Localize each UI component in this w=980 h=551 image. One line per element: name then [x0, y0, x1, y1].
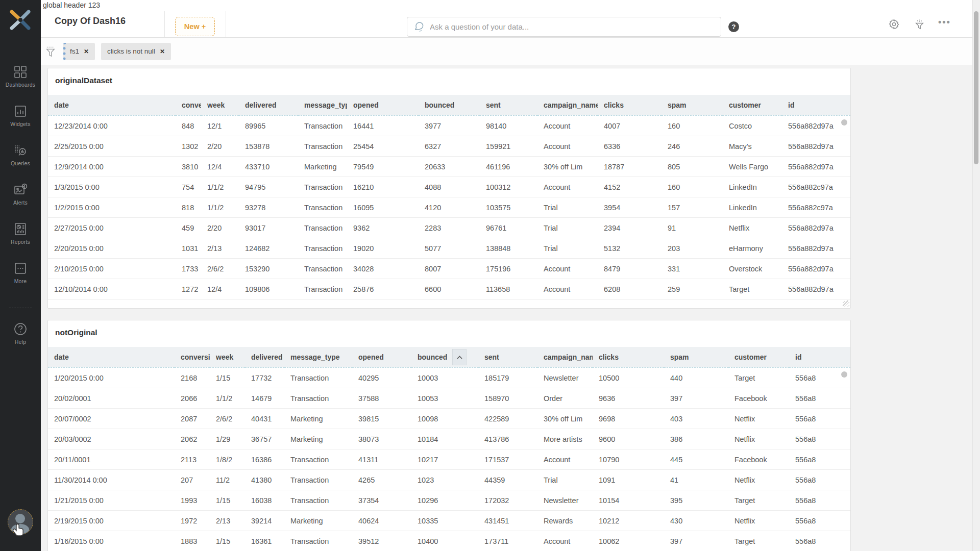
column-header-id[interactable]: id [782, 95, 850, 116]
filter-chip-2[interactable]: clicks is not null✕ [101, 43, 171, 60]
sidebar-item-reports[interactable]: Reports [0, 221, 41, 246]
widget-resize-handle[interactable] [843, 300, 849, 307]
remove-filter-icon[interactable]: ✕ [160, 48, 165, 55]
sidebar-item-more[interactable]: More [0, 261, 41, 285]
column-header-conversions[interactable]: conversions [176, 95, 201, 116]
table-cell: Account [537, 531, 593, 551]
search-input[interactable] [429, 22, 721, 32]
table-cell: 1993 [175, 490, 210, 511]
help-question-icon[interactable]: ? [728, 21, 739, 32]
filters-funnel-icon[interactable] [45, 45, 56, 58]
table-cell: 556a882d97a [782, 259, 850, 279]
column-header-date[interactable]: date [48, 95, 176, 116]
gear-icon[interactable] [888, 18, 900, 30]
table-cell: 556a8 [789, 449, 850, 470]
top-header: global header 123 Copy Of Dash16 New + ? [41, 0, 973, 38]
sidebar-item-widgets[interactable]: Widgets [0, 104, 41, 128]
table-cell: 40431 [245, 409, 284, 429]
table-cell: Trial [537, 197, 598, 218]
table-cell: 172032 [478, 490, 537, 511]
sidebar-item-dashboards[interactable]: Dashboards [0, 64, 41, 89]
sidebar-item-help[interactable]: Help [0, 321, 41, 346]
table-cell: 2/6/2 [210, 409, 245, 429]
table-cell: 1/20/2015 0:00 [48, 368, 175, 388]
queries-icon [13, 143, 28, 158]
column-header-spam[interactable]: spam [664, 347, 728, 368]
table-cell: 89965 [239, 116, 298, 136]
table-cell: More artists [537, 429, 593, 449]
table-cell: 12/23/2014 0:00 [48, 116, 176, 136]
table-cell: 12/4 [201, 157, 239, 177]
table-cell: Overstock [723, 259, 782, 279]
column-header-week[interactable]: week [210, 347, 245, 368]
table-cell: 848 [176, 116, 201, 136]
table-cell: 433710 [239, 157, 298, 177]
table-cell: eHarmony [723, 238, 782, 259]
page-scrollbar-thumb[interactable] [974, 11, 978, 164]
table-cell: 3954 [598, 197, 662, 218]
table-cell: 12/9/2014 0:00 [48, 157, 176, 177]
table-cell: 556a8 [789, 531, 850, 551]
column-header-campaign_name[interactable]: campaign_name [537, 95, 598, 116]
table-cell: 1/16/2015 0:00 [48, 531, 175, 551]
table-cell: 109806 [239, 279, 298, 299]
filter-funnel-icon[interactable] [914, 18, 925, 30]
table-cell: 556a8 [789, 490, 850, 511]
table-cell: 39815 [352, 409, 411, 429]
column-header-sent[interactable]: sent [480, 95, 537, 116]
column-header-clicks[interactable]: clicks [593, 347, 664, 368]
table-cell: 10098 [411, 409, 478, 429]
column-header-spam[interactable]: spam [662, 95, 723, 116]
table-scrollbar-thumb[interactable] [841, 119, 847, 126]
sidebar-item-alerts[interactable]: Alerts [0, 182, 41, 207]
filter-chip-1[interactable]: fs1✕ [63, 43, 95, 60]
table-cell: 4120 [419, 197, 480, 218]
column-header-opened[interactable]: opened [352, 347, 411, 368]
column-header-bounced[interactable]: bounced [411, 347, 478, 368]
widget-card-originalDataset: originalDataset dateconversionsweekdeliv… [47, 68, 851, 309]
table-cell: 2/6/2 [201, 259, 239, 279]
column-header-clicks[interactable]: clicks [598, 95, 662, 116]
avatar-person-icon [15, 514, 25, 523]
sidebar-item-queries[interactable]: Queries [0, 143, 41, 167]
table-cell: Netflix [728, 429, 789, 449]
table-cell: 20/11/0001 [48, 449, 175, 470]
ask-data-search [407, 17, 721, 37]
table-cell: 2168 [175, 368, 210, 388]
table-cell: 2/10/2015 0:00 [48, 259, 176, 279]
table-cell: Macy's [723, 136, 782, 157]
table-cell: 6600 [419, 279, 480, 299]
remove-filter-icon[interactable]: ✕ [84, 48, 89, 55]
column-header-customer[interactable]: customer [723, 95, 782, 116]
column-header-bounced[interactable]: bounced [419, 95, 480, 116]
dashboard-title[interactable]: Copy Of Dash16 [55, 16, 126, 27]
column-header-customer[interactable]: customer [728, 347, 789, 368]
column-header-message_type[interactable]: message_type [298, 95, 347, 116]
column-header-id[interactable]: id [789, 347, 850, 368]
column-header-date[interactable]: date [48, 347, 175, 368]
table-row: 2/27/2015 0:004592/2093017Transaction936… [48, 218, 850, 238]
app-logo-icon[interactable] [8, 7, 33, 33]
table-cell: 19020 [347, 238, 419, 259]
sort-ascending-button[interactable] [452, 349, 467, 365]
column-header-sent[interactable]: sent [478, 347, 537, 368]
table-cell: 93017 [239, 218, 298, 238]
user-avatar[interactable] [8, 509, 33, 535]
column-header-delivered[interactable]: delivered [239, 95, 298, 116]
column-header-opened[interactable]: opened [347, 95, 419, 116]
column-header-conversions[interactable]: conversions [175, 347, 210, 368]
column-header-message_type[interactable]: message_type [284, 347, 352, 368]
table-scrollbar-thumb[interactable] [841, 371, 847, 378]
column-header-campaign_name[interactable]: campaign_name [537, 347, 593, 368]
table-cell: 4088 [419, 177, 480, 197]
table-cell: 397 [664, 531, 728, 551]
column-header-delivered[interactable]: delivered [245, 347, 284, 368]
table-cell: 422589 [478, 409, 537, 429]
column-header-week[interactable]: week [201, 95, 239, 116]
new-widget-button[interactable]: New + [175, 17, 215, 36]
table-cell: 4265 [352, 470, 411, 490]
table-cell: 8007 [419, 259, 480, 279]
table-cell: Transaction [298, 218, 347, 238]
more-options-icon[interactable]: ••• [938, 17, 951, 28]
table-cell: 10335 [411, 511, 478, 531]
